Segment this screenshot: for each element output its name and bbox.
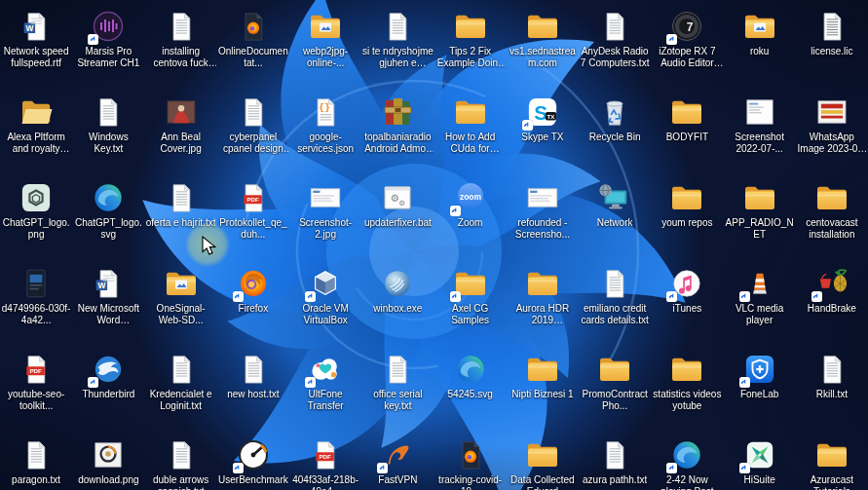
- desktop-icon[interactable]: How to Add CUda for premier Pro: [434, 86, 507, 171]
- text-icon: [235, 352, 272, 387]
- shortcut-arrow-icon: [233, 291, 244, 302]
- text-icon: [90, 94, 127, 130]
- desktop-icon[interactable]: UserBenchmark: [217, 429, 289, 490]
- desktop-icon[interactable]: Ann Beal Cover.jpg: [145, 86, 217, 171]
- desktop-icon[interactable]: Nipti Biznesi 1: [507, 343, 579, 429]
- desktop-icon[interactable]: APP_RADIO_NET: [724, 171, 796, 257]
- desktop-icon[interactable]: paragon.txt: [0, 429, 72, 490]
- desktop-icon[interactable]: new host.txt: [217, 343, 289, 429]
- desktop-icon[interactable]: Kredencialet e Loginit.txt: [145, 343, 217, 429]
- desktop-icon[interactable]: Oracle VM VirtualBox: [289, 257, 361, 343]
- desktop-icon[interactable]: Firefox: [217, 257, 289, 343]
- desktop-icon[interactable]: OnlineDocumentat...: [217, 0, 289, 86]
- desktop-icon[interactable]: Windows Key.txt: [72, 86, 144, 171]
- folder-icon: [452, 9, 489, 44]
- shortcut-arrow-icon: [739, 377, 750, 388]
- desktop-icon[interactable]: installing centova fuck liquid text ...: [145, 0, 217, 86]
- icon-label: paragon.txt: [12, 474, 60, 486]
- desktop-icon[interactable]: Aurora HDR 2019 v1.0.0.2550.1 M...: [507, 257, 579, 343]
- desktop-icon[interactable]: tracking-covid-19...: [434, 429, 507, 490]
- desktop-icon[interactable]: PDF404f33af-218b-49e4...: [289, 429, 361, 490]
- winbox-icon: [379, 266, 416, 301]
- text-icon: [163, 352, 200, 387]
- shortcut-arrow-icon: [88, 34, 98, 45]
- desktop-icon[interactable]: FoneLab: [724, 343, 796, 429]
- desktop-icon[interactable]: AnyDesk Radio 7 Computers.txt: [579, 0, 651, 86]
- desktop-icon[interactable]: centovacast installation: [796, 171, 868, 257]
- shortcut-arrow-icon: [450, 291, 461, 302]
- desktop-icon[interactable]: HandBrake: [796, 257, 868, 343]
- icon-label: APP_RADIO_NET: [724, 217, 795, 241]
- vlc-icon: [741, 266, 778, 301]
- desktop-icon[interactable]: 7iZotope RX 7 Audio Editor (32-bit): [651, 0, 723, 86]
- desktop-icon[interactable]: download.png: [72, 429, 144, 490]
- folder-icon: [596, 352, 633, 387]
- desktop-icon[interactable]: Tips 2 Fix Example Doing Videos: [434, 0, 507, 86]
- desktop-icon[interactable]: d4749966-030f-4a42...: [0, 257, 72, 343]
- desktop-icon[interactable]: oferta e hajrit.txt: [145, 171, 217, 257]
- desktop-icon[interactable]: webp2jpg-online-...: [289, 0, 361, 86]
- desktop-icon[interactable]: VLC media player: [724, 257, 796, 343]
- desktop-icon[interactable]: ChatGPT_logo.svg: [72, 171, 144, 257]
- desktop-icon[interactable]: Axel CG Samples: [434, 257, 507, 343]
- icon-label: d4749966-030f-4a42...: [1, 303, 72, 326]
- zoom-icon: zoom: [452, 180, 489, 215]
- word-icon: W: [90, 266, 127, 301]
- desktop-icon[interactable]: Rkill.txt: [796, 343, 868, 429]
- desktop-icon[interactable]: ⚙⚙updaterfixer.bat: [361, 171, 434, 257]
- desktop-icon[interactable]: refounded - Screensho...: [507, 171, 579, 257]
- desktop-icon[interactable]: Data Collected Eduard Snowden: [507, 429, 579, 490]
- desktop-icon[interactable]: PromoContractPho...: [579, 343, 651, 429]
- desktop-icon[interactable]: cyberpanel cpanel design dark blue.txt: [217, 86, 289, 171]
- desktop-icon[interactable]: topalbaniaradio Android Admob l...: [361, 86, 434, 171]
- desktop-icon[interactable]: STXSkype TX: [507, 86, 579, 171]
- desktop-icon[interactable]: 54245.svg: [434, 343, 507, 429]
- desktop-icon[interactable]: FastVPN: [361, 429, 434, 490]
- desktop-icon[interactable]: 2-42 Now playing Post Malone, Swae ...: [651, 429, 723, 490]
- desktop-icon[interactable]: Thunderbird: [72, 343, 144, 429]
- desktop-icon[interactable]: office serial key.txt: [361, 343, 434, 429]
- desktop-icon[interactable]: Azuracast Tutorials: [796, 429, 868, 490]
- desktop-icon[interactable]: Marsis Pro Streamer CH1: [72, 0, 144, 86]
- desktop-icon-grid: WNetwork speed fullspeed.rtfMarsis Pro S…: [0, 0, 868, 490]
- desktop-icon[interactable]: si te ndryshojme gjuhen e windows ...: [361, 0, 434, 86]
- desktop-icon[interactable]: Recycle Bin: [579, 86, 651, 171]
- desktop-icon[interactable]: Alexa Pltform and royalty music: [0, 86, 72, 171]
- desktop-icon[interactable]: vs1.sednastream.com: [507, 0, 579, 86]
- desktop-icon[interactable]: PDFProtokollet_qe_duh...: [217, 171, 289, 257]
- desktop-icon[interactable]: statistics videos yotube: [651, 343, 723, 429]
- folder-icon: [813, 180, 850, 215]
- desktop-icon[interactable]: duble arrows spanish.txt: [145, 429, 217, 490]
- icon-label: Network: [597, 217, 633, 229]
- desktop-icon[interactable]: Screenshot-2.jpg: [289, 171, 361, 257]
- desktop-icon[interactable]: youm repos: [651, 171, 723, 257]
- icon-label: tracking-covid-19...: [434, 474, 506, 490]
- desktop-icon[interactable]: OneSignal-Web-SD...: [145, 257, 217, 343]
- desktop-icon[interactable]: WhatsApp Image 2023-05-25 at 1...: [796, 86, 868, 171]
- desktop-icon[interactable]: license.lic: [796, 0, 868, 86]
- desktop-icon[interactable]: {}google-services.json: [289, 86, 361, 171]
- desktop-icon[interactable]: WNew Microsoft Word Document.docx: [72, 257, 144, 343]
- desktop-icon[interactable]: WNetwork speed fullspeed.rtf: [0, 0, 72, 86]
- desktop-icon[interactable]: HiSuite: [724, 429, 796, 490]
- folder-icon: [524, 352, 561, 387]
- desktop-icon[interactable]: zoomZoom: [434, 171, 507, 257]
- desktop-icon[interactable]: roku: [724, 0, 796, 86]
- desktop-icon[interactable]: UltFone Transfer: [289, 343, 361, 429]
- desktop-icon[interactable]: Network: [579, 171, 651, 257]
- desktop-icon[interactable]: Screenshot 2022-07-...: [724, 86, 796, 171]
- desktop-icon[interactable]: winbox.exe: [361, 257, 434, 343]
- desktop-icon[interactable]: PDFyoutube-seo-toolkit...: [0, 343, 72, 429]
- icon-label: Screenshot-2.jpg: [290, 217, 361, 241]
- icon-label: Zoom: [458, 217, 483, 229]
- network-icon: [596, 180, 633, 215]
- desktop-icon[interactable]: BODYFIT: [651, 86, 723, 171]
- folder-icon: [524, 266, 561, 301]
- desktop-icon[interactable]: iTunes: [651, 257, 723, 343]
- icon-label: installing centova fuck liquid text ...: [145, 46, 216, 69]
- svg-text:PDF: PDF: [30, 367, 43, 374]
- icon-label: webp2jpg-online-...: [290, 46, 361, 69]
- desktop-icon[interactable]: emiliano credit cards details.txt: [579, 257, 651, 343]
- desktop-icon[interactable]: azura pathh.txt: [579, 429, 651, 490]
- desktop-icon[interactable]: ChatGPT_logo.png: [0, 171, 72, 257]
